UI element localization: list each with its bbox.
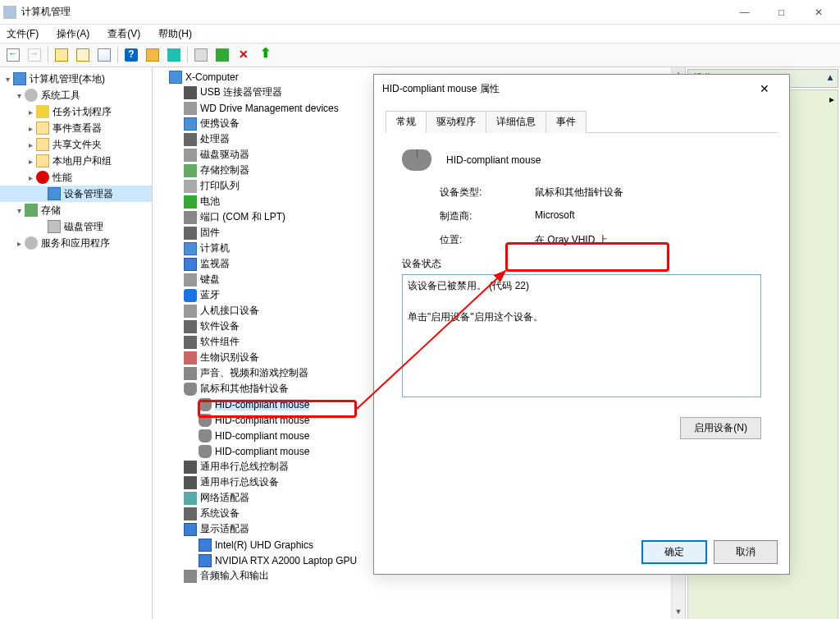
menu-file[interactable]: 文件(F): [3, 25, 42, 43]
menubar: 文件(F) 操作(A) 查看(V) 帮助(H): [0, 25, 840, 43]
tree-services-apps[interactable]: 服务和应用程序: [0, 235, 152, 251]
toolbar-uninstall-button[interactable]: ✕: [234, 45, 253, 65]
enable-device-button[interactable]: 启用设备(N): [680, 417, 761, 439]
window-close-button[interactable]: ✕: [800, 1, 837, 24]
toolbar-enable-button[interactable]: [191, 45, 211, 65]
chevron-right-icon[interactable]: ▸: [829, 94, 834, 105]
tree-device-manager[interactable]: 设备管理器: [0, 186, 152, 202]
device-name: HID-compliant mouse: [446, 154, 541, 166]
manufacturer-label: 制造商:: [440, 209, 535, 223]
mouse-icon: [402, 149, 431, 171]
toolbar-properties-button[interactable]: [94, 45, 114, 65]
location-value: 在 Oray VHID 上: [535, 233, 608, 247]
toolbar-show-hide-button[interactable]: [52, 45, 71, 65]
tree-storage[interactable]: 存储: [0, 202, 152, 218]
window-title: 计算机管理: [21, 5, 71, 19]
cancel-button[interactable]: 取消: [714, 540, 778, 564]
toolbar-action-button[interactable]: [143, 45, 162, 65]
dialog-titlebar: HID-compliant mouse 属性 ✕: [374, 75, 789, 103]
toolbar-panel-button[interactable]: [73, 45, 93, 65]
dialog-title: HID-compliant mouse 属性: [382, 82, 500, 96]
tree-disk-management[interactable]: 磁盘管理: [0, 218, 152, 235]
tree-system-tools[interactable]: 系统工具: [0, 87, 152, 103]
tree-task-scheduler[interactable]: 任务计划程序: [0, 103, 152, 120]
tree-root[interactable]: 计算机管理(本地): [0, 71, 152, 87]
toolbar-scan-button[interactable]: ⬆: [255, 45, 275, 65]
status-line-2: 单击"启用设备"启用这个设备。: [408, 310, 756, 325]
menu-view[interactable]: 查看(V): [104, 25, 144, 43]
tree-shared-folders[interactable]: 共享文件夹: [0, 136, 152, 153]
properties-dialog: HID-compliant mouse 属性 ✕ 常规 驱动程序 详细信息 事件…: [373, 74, 790, 575]
tree-performance[interactable]: 性能: [0, 169, 152, 186]
device-type-label: 设备类型:: [440, 186, 535, 199]
window-maximize-button[interactable]: □: [763, 1, 800, 24]
device-status-textbox[interactable]: 该设备已被禁用。 (代码 22) 单击"启用设备"启用这个设备。: [402, 274, 761, 397]
manufacturer-value: Microsoft: [535, 209, 575, 223]
tab-driver[interactable]: 驱动程序: [426, 111, 486, 133]
console-tree: 计算机管理(本地) 系统工具 任务计划程序 事件查看器 共享文件夹 本地用户和组…: [0, 67, 153, 619]
app-icon: [3, 6, 16, 19]
menu-action[interactable]: 操作(A): [53, 25, 93, 43]
window-titlebar: 计算机管理 — □ ✕: [0, 0, 840, 25]
tree-event-viewer[interactable]: 事件查看器: [0, 120, 152, 136]
tab-events[interactable]: 事件: [546, 111, 587, 133]
tab-general[interactable]: 常规: [386, 111, 427, 133]
menu-help[interactable]: 帮助(H): [155, 25, 195, 43]
location-label: 位置:: [440, 233, 535, 247]
toolbar-view-button[interactable]: [164, 45, 184, 65]
tree-local-users[interactable]: 本地用户和组: [0, 153, 152, 169]
ok-button[interactable]: 确定: [641, 540, 707, 564]
dialog-tabs: 常规 驱动程序 详细信息 事件: [374, 103, 789, 133]
toolbar-help-button[interactable]: ?: [121, 45, 141, 65]
toolbar-back-button[interactable]: [3, 45, 23, 65]
status-line-1: 该设备已被禁用。 (代码 22): [408, 278, 756, 294]
toolbar-update-button[interactable]: [212, 45, 232, 65]
tab-details[interactable]: 详细信息: [486, 111, 546, 133]
device-type-value: 鼠标和其他指针设备: [535, 186, 623, 199]
device-status-label: 设备状态: [402, 257, 761, 271]
window-minimize-button[interactable]: —: [726, 1, 763, 24]
toolbar-forward-button: [25, 45, 44, 65]
toolbar: ? ✕ ⬆: [0, 43, 840, 67]
scroll-down-arrow[interactable]: ▼: [672, 605, 685, 619]
chevron-up-icon[interactable]: ▴: [828, 71, 833, 83]
dialog-close-button[interactable]: ✕: [748, 82, 781, 95]
